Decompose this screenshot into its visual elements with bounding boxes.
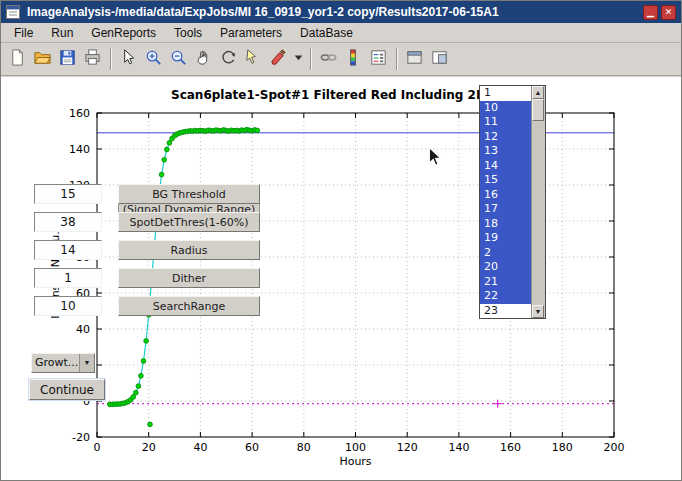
param-row-spotdetthres-1-60: SpotDetThres(1-60%) <box>34 212 260 232</box>
app-window: ImageAnalysis-/media/data/ExpJobs/MI 16_… <box>0 0 682 481</box>
menu-run[interactable]: Run <box>42 24 82 42</box>
param-input-radius[interactable] <box>34 240 102 260</box>
param-input-spotdetthres-1-60[interactable] <box>34 212 102 232</box>
menu-genreports[interactable]: GenReports <box>82 24 165 42</box>
window-controls: ▁ ✕ <box>643 5 676 20</box>
menu-parameters[interactable]: Parameters <box>211 24 291 42</box>
data-cursor-button[interactable] <box>241 47 266 72</box>
listbox-item-16[interactable]: 16 <box>480 188 531 203</box>
open-file-button[interactable] <box>30 47 55 72</box>
zoom-out-button[interactable] <box>166 47 191 72</box>
brush-dropdown-button[interactable] <box>291 47 305 72</box>
listbox-item-21[interactable]: 21 <box>480 275 531 290</box>
print-figure-icon <box>83 48 102 71</box>
window-title: ImageAnalysis-/media/data/ExpJobs/MI 16_… <box>27 5 499 19</box>
insert-legend-icon <box>369 48 388 71</box>
param-button-dither[interactable]: Dither <box>118 268 260 288</box>
toolbar-separator <box>310 48 311 70</box>
pan-button[interactable] <box>191 47 216 72</box>
listbox-item-12[interactable]: 12 <box>480 130 531 145</box>
minimize-button[interactable]: ▁ <box>643 5 658 20</box>
listbox-item-23[interactable]: 23 <box>480 304 531 319</box>
print-figure-button[interactable] <box>80 47 105 72</box>
svg-text:40: 40 <box>76 323 90 336</box>
close-button[interactable]: ✕ <box>661 5 676 20</box>
listbox-item-18[interactable]: 18 <box>480 217 531 232</box>
chevron-down-icon[interactable]: ▼ <box>79 354 94 372</box>
hide-plot-tools-icon <box>405 48 424 71</box>
svg-text:140: 140 <box>448 441 469 454</box>
param-button-bg-threshold[interactable]: BG Threshold <box>118 184 260 204</box>
link-plot-button[interactable] <box>316 47 341 72</box>
save-figure-icon <box>58 48 77 71</box>
param-input-searchrange[interactable] <box>34 296 102 316</box>
listbox-item-13[interactable]: 13 <box>480 144 531 159</box>
brush-icon <box>269 48 288 71</box>
toolbar-separator <box>396 48 397 70</box>
zoom-in-button[interactable] <box>141 47 166 72</box>
scroll-up-icon[interactable]: ▲ <box>532 86 544 99</box>
menu-file[interactable]: File <box>5 24 42 42</box>
listbox-item-17[interactable]: 17 <box>480 202 531 217</box>
save-figure-button[interactable] <box>55 47 80 72</box>
brush-button[interactable] <box>266 47 291 72</box>
titlebar[interactable]: ImageAnalysis-/media/data/ExpJobs/MI 16_… <box>1 1 681 23</box>
insert-legend-button[interactable] <box>366 47 391 72</box>
svg-text:20: 20 <box>142 441 156 454</box>
edit-plot-button[interactable] <box>116 47 141 72</box>
toolbar <box>1 43 681 76</box>
svg-text:40: 40 <box>193 441 207 454</box>
new-figure-icon <box>8 48 27 71</box>
hide-plot-tools-button[interactable] <box>402 47 427 72</box>
growth-mode-popup[interactable]: Growt... ▼ <box>31 353 95 373</box>
param-input-dither[interactable] <box>34 268 102 288</box>
svg-text:100: 100 <box>345 441 366 454</box>
listbox-item-10[interactable]: 10 <box>480 101 531 116</box>
listbox-scrollbar[interactable]: ▲ ▼ <box>531 86 545 318</box>
listbox-item-19[interactable]: 19 <box>480 231 531 246</box>
param-button-searchrange[interactable]: SearchRange <box>118 296 260 316</box>
param-button-radius[interactable]: Radius <box>118 240 260 260</box>
data-cursor-icon <box>244 48 263 71</box>
new-figure-button[interactable] <box>5 47 30 72</box>
dock-figure-button[interactable] <box>427 47 452 72</box>
param-row-searchrange: SearchRange <box>34 296 260 316</box>
toolbar-separator <box>110 48 111 70</box>
svg-text:180: 180 <box>552 441 573 454</box>
dock-figure-icon <box>430 48 449 71</box>
param-row-dither: Dither <box>34 268 260 288</box>
menu-tools[interactable]: Tools <box>165 24 211 42</box>
popup-value: Growt... <box>32 354 79 372</box>
param-button-spotdetthres-1-60[interactable]: SpotDetThres(1-60%) <box>118 212 260 232</box>
svg-text:80: 80 <box>297 441 311 454</box>
svg-text:-20: -20 <box>72 431 90 444</box>
listbox-item-14[interactable]: 14 <box>480 159 531 174</box>
zoom-out-icon <box>169 48 188 71</box>
listbox-item-15[interactable]: 15 <box>480 173 531 188</box>
listbox-item-20[interactable]: 20 <box>480 260 531 275</box>
svg-text:0: 0 <box>94 441 101 454</box>
menubar: FileRunGenReportsToolsParametersDataBase <box>1 23 681 43</box>
rotate-3d-button[interactable] <box>216 47 241 72</box>
listbox-item-22[interactable]: 22 <box>480 289 531 304</box>
link-plot-icon <box>319 48 338 71</box>
svg-text:160: 160 <box>500 441 521 454</box>
svg-text:200: 200 <box>604 441 625 454</box>
zoom-in-icon <box>144 48 163 71</box>
svg-text:160: 160 <box>69 107 90 120</box>
listbox-item-1[interactable]: 1 <box>480 86 531 101</box>
svg-text:120: 120 <box>397 441 418 454</box>
svg-text:Hours: Hours <box>339 455 371 468</box>
param-row-radius: Radius <box>34 240 260 260</box>
continue-button[interactable]: Continue <box>29 379 105 400</box>
svg-text:Scan6plate1-Spot#1 Filtered Re: Scan6plate1-Spot#1 Filtered Red Includin… <box>171 88 529 102</box>
listbox-item-11[interactable]: 11 <box>480 115 531 130</box>
scroll-down-icon[interactable]: ▼ <box>532 305 544 318</box>
insert-colorbar-button[interactable] <box>341 47 366 72</box>
param-input-bg-threshold[interactable] <box>34 184 102 204</box>
spot-number-listbox: 110111213141516171819220212223 ▲ ▼ <box>479 85 546 319</box>
app-icon <box>6 5 20 19</box>
menu-database[interactable]: DataBase <box>291 24 362 42</box>
scrollbar-thumb[interactable] <box>532 99 544 121</box>
listbox-item-2[interactable]: 2 <box>480 246 531 261</box>
